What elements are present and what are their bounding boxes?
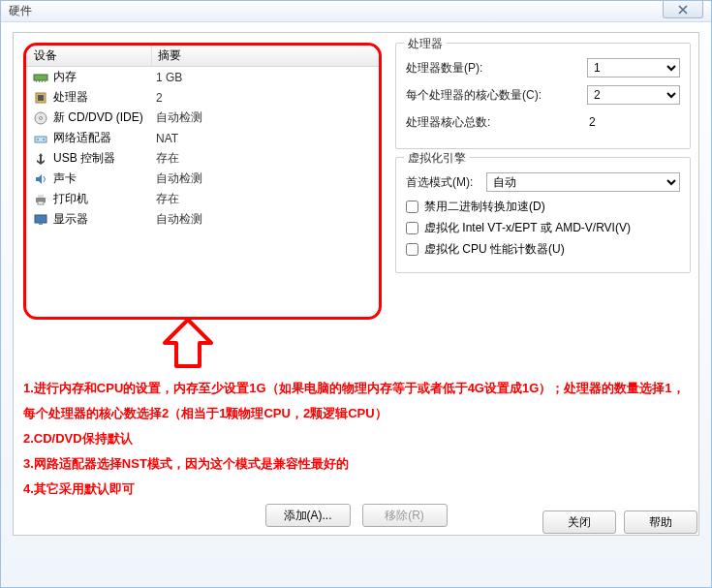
- close-icon: [678, 5, 688, 15]
- device-summary: 存在: [152, 191, 379, 207]
- svg-rect-4: [45, 80, 46, 82]
- device-table: 设备 摘要 内存1 GB处理器2新 CD/DVD (IDE)自动检测网络适配器N…: [26, 46, 379, 230]
- memory-icon: [32, 70, 49, 85]
- device-name: USB 控制器: [53, 150, 115, 167]
- device-summary: 存在: [152, 150, 379, 167]
- remove-button[interactable]: 移除(R): [362, 504, 448, 527]
- device-summary: 2: [152, 91, 379, 105]
- hardware-settings-window: 硬件 设备 摘要 内存1 GB处理器2新 CD/DVD (IDE)自动检测网络适…: [0, 0, 712, 588]
- perf-counter-checkbox[interactable]: [406, 243, 418, 256]
- device-summary: NAT: [152, 132, 379, 145]
- svg-rect-0: [34, 75, 47, 80]
- virt-group-title: 虚拟化引擎: [404, 150, 470, 167]
- device-row[interactable]: 内存1 GB: [26, 67, 379, 87]
- processor-group: 处理器 处理器数量(P): 1 每个处理器的核心数量(C): 2 处理器核心总数…: [395, 43, 691, 149]
- cores-per-select[interactable]: 2: [587, 85, 680, 105]
- printer-icon: [32, 192, 49, 207]
- svg-rect-13: [38, 195, 44, 198]
- device-row[interactable]: 网络适配器NAT: [26, 128, 379, 148]
- annotation-arrow: [159, 314, 217, 372]
- device-summary: 自动检测: [152, 211, 379, 228]
- close-button[interactable]: 关闭: [542, 511, 616, 534]
- svg-point-8: [40, 116, 43, 119]
- preferred-mode-label: 首选模式(M):: [406, 174, 486, 191]
- device-name: 新 CD/DVD (IDE): [53, 109, 143, 126]
- network-icon: [32, 131, 49, 146]
- svg-rect-6: [38, 95, 44, 101]
- processor-group-title: 处理器: [404, 36, 447, 52]
- cores-per-label: 每个处理器的核心数量(C):: [406, 87, 587, 104]
- svg-point-10: [37, 139, 39, 140]
- svg-point-11: [43, 139, 45, 140]
- instruction-line-3: 3.网路适配器选择NST模式，因为这个模式是兼容性最好的: [23, 451, 689, 477]
- dialog-footer: 关闭 帮助: [542, 511, 697, 534]
- instruction-text: 1.进行内存和CPU的设置，内存至少设置1G（如果电脑的物理内存等于或者低于4G…: [23, 376, 689, 502]
- window-title: 硬件: [9, 3, 32, 19]
- svg-rect-3: [42, 80, 43, 82]
- device-name: 声卡: [53, 170, 77, 187]
- num-processors-label: 处理器数量(P):: [406, 60, 587, 77]
- svg-rect-15: [35, 215, 46, 223]
- device-row[interactable]: 打印机存在: [26, 189, 379, 209]
- vtx-checkbox[interactable]: [406, 222, 418, 234]
- svg-rect-9: [35, 137, 46, 142]
- svg-rect-16: [39, 223, 43, 225]
- add-button[interactable]: 添加(A)...: [265, 504, 351, 527]
- device-list-pane: 设备 摘要 内存1 GB处理器2新 CD/DVD (IDE)自动检测网络适配器N…: [23, 43, 382, 320]
- device-name: 处理器: [53, 89, 88, 106]
- device-name: 网络适配器: [53, 130, 111, 146]
- help-button[interactable]: 帮助: [624, 511, 697, 534]
- header-summary[interactable]: 摘要: [152, 47, 379, 64]
- settings-right-pane: 处理器 处理器数量(P): 1 每个处理器的核心数量(C): 2 处理器核心总数…: [395, 43, 691, 281]
- device-row[interactable]: 显示器自动检测: [26, 209, 379, 230]
- device-row[interactable]: 新 CD/DVD (IDE)自动检测: [26, 108, 379, 128]
- disable-binary-label: 禁用二进制转换加速(D): [424, 199, 545, 215]
- disable-binary-checkbox[interactable]: [406, 201, 418, 213]
- perf-counter-label: 虚拟化 CPU 性能计数器(U): [424, 241, 565, 258]
- preferred-mode-select[interactable]: 自动: [486, 172, 680, 192]
- device-name: 显示器: [53, 211, 88, 228]
- instruction-line-1: 1.进行内存和CPU的设置，内存至少设置1G（如果电脑的物理内存等于或者低于4G…: [23, 376, 689, 426]
- window-close-button[interactable]: [663, 1, 703, 18]
- instruction-line-4: 4.其它采用默认即可: [23, 477, 689, 502]
- device-table-header: 设备 摘要: [26, 46, 379, 67]
- svg-rect-1: [36, 80, 37, 82]
- device-summary: 1 GB: [152, 71, 379, 84]
- total-cores-value: 2: [587, 115, 680, 129]
- device-row[interactable]: 处理器2: [26, 87, 379, 108]
- device-summary: 自动检测: [152, 170, 379, 187]
- virtualization-group: 虚拟化引擎 首选模式(M): 自动 禁用二进制转换加速(D) 虚拟化 Intel…: [395, 157, 691, 273]
- total-cores-label: 处理器核心总数:: [406, 114, 587, 131]
- display-icon: [32, 212, 49, 228]
- svg-rect-14: [38, 201, 44, 204]
- svg-rect-2: [39, 80, 40, 82]
- inner-panel: 设备 摘要 内存1 GB处理器2新 CD/DVD (IDE)自动检测网络适配器N…: [13, 32, 699, 536]
- num-processors-select[interactable]: 1: [587, 58, 680, 77]
- device-summary: 自动检测: [152, 109, 379, 126]
- device-row[interactable]: 声卡自动检测: [26, 169, 379, 189]
- cpu-icon: [32, 90, 49, 106]
- device-name: 内存: [53, 69, 77, 85]
- sound-icon: [32, 171, 49, 187]
- cd-icon: [32, 110, 49, 126]
- vtx-label: 虚拟化 Intel VT-x/EPT 或 AMD-V/RVI(V): [424, 220, 631, 236]
- device-name: 打印机: [53, 191, 88, 207]
- header-device[interactable]: 设备: [26, 46, 152, 66]
- device-row[interactable]: USB 控制器存在: [26, 148, 379, 169]
- instruction-line-2: 2.CD/DVD保持默认: [23, 426, 689, 451]
- content-area: 设备 摘要 内存1 GB处理器2新 CD/DVD (IDE)自动检测网络适配器N…: [1, 22, 711, 543]
- titlebar: 硬件: [1, 1, 711, 22]
- usb-icon: [32, 151, 49, 167]
